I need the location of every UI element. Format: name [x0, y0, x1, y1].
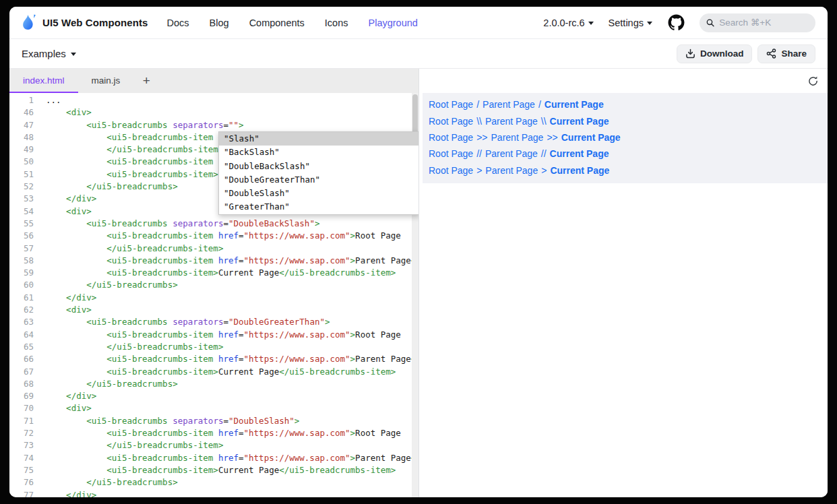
- code-line: 66 <ui5-breadcrumbs-item href="https://w…: [9, 353, 418, 365]
- code-line: 55 <ui5-breadcrumbs separators="DoubleBa…: [9, 218, 418, 230]
- examples-toolbar: Examples Download Shar: [9, 39, 828, 69]
- line-number: 59: [9, 267, 34, 279]
- breadcrumbs-preview: Root Page/Parent Page/Current PageRoot P…: [423, 93, 828, 183]
- refresh-button[interactable]: [806, 74, 819, 88]
- breadcrumb-link[interactable]: Root Page: [429, 116, 473, 127]
- line-number: 54: [9, 206, 34, 218]
- breadcrumb-row: Root Page//Parent Page//Current Page: [429, 146, 828, 162]
- share-button[interactable]: Share: [757, 44, 815, 63]
- breadcrumb-link[interactable]: Parent Page: [485, 165, 538, 176]
- share-label: Share: [781, 49, 807, 59]
- examples-label: Examples: [22, 48, 66, 59]
- autocomplete-option[interactable]: "DoubleSlash": [219, 187, 418, 200]
- line-number: 55: [9, 218, 34, 230]
- code-line: 58 <ui5-breadcrumbs-item href="https://w…: [9, 255, 418, 267]
- breadcrumb-separator: //: [541, 148, 547, 159]
- breadcrumb-link[interactable]: Root Page: [429, 148, 473, 159]
- line-number: 48: [9, 131, 34, 144]
- autocomplete-option[interactable]: "Slash": [219, 132, 418, 146]
- breadcrumb-separator: \\: [541, 116, 547, 127]
- autocomplete-option[interactable]: "BackSlash": [219, 146, 418, 159]
- breadcrumb-link[interactable]: Parent Page: [485, 148, 538, 159]
- line-number: 60: [9, 279, 34, 291]
- breadcrumb-separator: >>: [547, 132, 557, 143]
- add-tab-button[interactable]: +: [133, 69, 159, 93]
- breadcrumb-current-page: Current Page: [545, 99, 604, 110]
- github-link[interactable]: [667, 14, 685, 32]
- nav-components[interactable]: Components: [249, 18, 305, 28]
- code-line: 59 <ui5-breadcrumbs-item>Current Page</u…: [9, 267, 418, 279]
- breadcrumb-separator: >: [476, 165, 482, 176]
- settings-dropdown[interactable]: Settings: [609, 18, 652, 28]
- version-dropdown[interactable]: 2.0.0-rc.6: [543, 18, 593, 28]
- nav-docs[interactable]: Docs: [167, 18, 189, 28]
- breadcrumb-row: Root Page>Parent Page>Current Page: [429, 162, 828, 179]
- breadcrumb-link[interactable]: Parent Page: [491, 132, 544, 143]
- breadcrumb-link[interactable]: Root Page: [429, 99, 473, 110]
- line-number: 47: [9, 119, 34, 131]
- line-number: 52: [9, 181, 34, 193]
- breadcrumb-link[interactable]: Parent Page: [485, 116, 538, 127]
- autocomplete-option[interactable]: "GreaterThan": [219, 200, 418, 214]
- main-nav: Docs Blog Components Icons Playground: [167, 18, 418, 28]
- breadcrumb-current-page: Current Page: [561, 132, 621, 143]
- nav-playground[interactable]: Playground: [369, 18, 418, 28]
- line-number: 66: [9, 353, 34, 365]
- line-number: 62: [9, 304, 34, 316]
- code-line: 60 </ui5-breadcrumbs>: [9, 279, 418, 291]
- breadcrumb-link[interactable]: Root Page: [429, 165, 473, 176]
- breadcrumb-separator: >>: [476, 132, 487, 143]
- line-number: 69: [9, 390, 34, 402]
- line-number: 61: [9, 292, 34, 304]
- code-line: 72 <ui5-breadcrumbs-item href="https://w…: [9, 427, 418, 439]
- app-window: UI5 Web Components Docs Blog Components …: [9, 7, 828, 497]
- tab-index-html[interactable]: index.html: [9, 69, 78, 93]
- brand[interactable]: UI5 Web Components: [22, 13, 148, 32]
- line-number: 49: [9, 144, 34, 156]
- chevron-down-icon: [588, 22, 594, 25]
- editor-tabbar: index.html main.js +: [9, 69, 418, 93]
- breadcrumb-row: Root Page/Parent Page/Current Page: [429, 96, 828, 113]
- breadcrumb-row: Root Page\\Parent Page\\Current Page: [429, 113, 828, 129]
- refresh-icon: [807, 75, 819, 87]
- download-button[interactable]: Download: [677, 44, 753, 63]
- breadcrumb-link[interactable]: Root Page: [429, 132, 473, 143]
- breadcrumb-separator: \\: [476, 116, 482, 127]
- nav-icons[interactable]: Icons: [325, 18, 348, 28]
- breadcrumb-link[interactable]: Parent Page: [483, 99, 535, 110]
- code-line: 74 <ui5-breadcrumbs-item href="https://w…: [9, 452, 418, 464]
- version-label: 2.0.0-rc.6: [543, 18, 584, 28]
- code-line: 76 </ui5-breadcrumbs>: [9, 476, 418, 489]
- autocomplete-option[interactable]: "DoubleBackSlash": [219, 160, 418, 173]
- tab-main-js[interactable]: main.js: [78, 69, 134, 93]
- ui5-flame-logo-icon: [22, 13, 37, 32]
- code-line: 64 <ui5-breadcrumbs-item href="https://w…: [9, 329, 418, 341]
- breadcrumb-current-page: Current Page: [550, 165, 609, 176]
- line-number: 65: [9, 341, 34, 353]
- breadcrumb-row: Root Page>>Parent Page>>Current Page: [429, 129, 828, 146]
- top-header: UI5 Web Components Docs Blog Components …: [9, 7, 828, 39]
- breadcrumb-current-page: Current Page: [550, 148, 609, 159]
- chevron-down-icon: [71, 53, 76, 56]
- settings-label: Settings: [609, 18, 644, 28]
- code-line: 77 </div>: [9, 489, 418, 498]
- line-number: 68: [9, 378, 34, 390]
- search-box[interactable]: [700, 13, 815, 32]
- examples-dropdown[interactable]: Examples: [22, 48, 76, 59]
- line-number: 50: [9, 156, 34, 168]
- search-input[interactable]: [719, 18, 809, 28]
- code-line: 63 <ui5-breadcrumbs separators="DoubleGr…: [9, 316, 418, 328]
- autocomplete-option[interactable]: "DoubleGreaterThan": [219, 173, 418, 187]
- nav-blog[interactable]: Blog: [210, 18, 229, 28]
- search-icon: [706, 18, 714, 28]
- code-line: 69 </div>: [9, 390, 418, 402]
- breadcrumb-separator: //: [476, 148, 482, 159]
- line-number: 74: [9, 452, 34, 464]
- line-number: 57: [9, 243, 34, 255]
- code-line: 70 <div>: [9, 402, 418, 414]
- code-editor[interactable]: 1...46 <div>47 <ui5-breadcrumbs separato…: [9, 93, 418, 497]
- code-line: 71 <ui5-breadcrumbs separators="DoubleSl…: [9, 415, 418, 427]
- autocomplete-dropdown: "Slash""BackSlash""DoubleBackSlash""Doub…: [218, 131, 418, 215]
- code-line: 47 <ui5-breadcrumbs separators="">: [9, 119, 418, 131]
- download-label: Download: [700, 49, 744, 59]
